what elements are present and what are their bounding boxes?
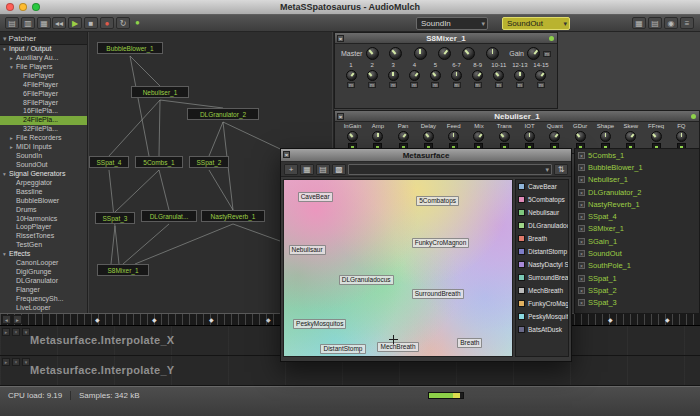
- new-doc-icon[interactable]: ▤: [5, 17, 19, 29]
- close-icon[interactable]: ×: [337, 35, 344, 42]
- patcher-node[interactable]: SSpat_4: [89, 156, 129, 168]
- patcher-node[interactable]: Nebuliser_1: [131, 86, 189, 98]
- add-snapshot-button[interactable]: +: [284, 164, 298, 175]
- gain-knob[interactable]: [527, 47, 540, 60]
- timeline-marker[interactable]: ◆: [209, 316, 214, 323]
- contraption-list-item[interactable]: ×SSpat_1: [575, 272, 699, 284]
- timeline-marker[interactable]: ◆: [95, 316, 100, 323]
- mixer-titlebar[interactable]: × S8Mixer_1: [335, 33, 557, 44]
- play-button[interactable]: ▶: [68, 17, 82, 29]
- palette-item[interactable]: ▾Signal Generators: [0, 170, 87, 179]
- scroll-right-icon[interactable]: ▸: [13, 315, 22, 324]
- snapshot-list-item[interactable]: BatsAtDusk: [516, 323, 568, 336]
- channel-mute-button[interactable]: m: [431, 82, 439, 88]
- contraption-list-item[interactable]: ×NastyReverb_1: [575, 198, 699, 210]
- palette-item[interactable]: ▸MIDI Inputs: [0, 143, 87, 152]
- palette-item[interactable]: BubbleBlower: [0, 197, 87, 206]
- patcher-node[interactable]: DLGranulator_2: [187, 108, 259, 120]
- contraption-list-item[interactable]: ×SouthPole_1: [575, 260, 699, 272]
- param-knob[interactable]: [423, 131, 434, 142]
- expand-box-icon[interactable]: ×: [578, 275, 585, 282]
- palette-item[interactable]: SoundIn: [0, 152, 87, 161]
- channel-mute-button[interactable]: m: [474, 82, 482, 88]
- lane-collapse-icon[interactable]: ▾: [22, 358, 30, 366]
- snapshot-list-item[interactable]: FunkyCroMagnon: [516, 297, 568, 310]
- palette-item[interactable]: 4FilePlayer: [0, 81, 87, 90]
- snapshot-chip[interactable]: DLGranuladocus: [339, 275, 394, 285]
- close-icon[interactable]: ×: [337, 113, 344, 120]
- aux-knob[interactable]: [414, 47, 427, 60]
- aux-knob[interactable]: [486, 47, 499, 60]
- palette-item[interactable]: LoopPlayer: [0, 223, 87, 232]
- snapshot-chip[interactable]: DistantStomp: [320, 344, 365, 354]
- param-knob[interactable]: [524, 131, 535, 142]
- grid-view-icon[interactable]: ▦: [300, 164, 314, 175]
- rewind-button[interactable]: ◂◂: [52, 17, 66, 29]
- snapshot-select[interactable]: [348, 164, 552, 175]
- channel-level-knob[interactable]: [493, 70, 504, 81]
- zoom-window-button[interactable]: [32, 3, 40, 11]
- palette-item[interactable]: 10Harmonics: [0, 215, 87, 224]
- channel-mute-button[interactable]: m: [495, 82, 503, 88]
- snapshot-chip[interactable]: SurroundBreath: [412, 289, 464, 299]
- patcher-node[interactable]: BubbleBlower_1: [97, 42, 163, 54]
- palette-item[interactable]: SoundOut: [0, 161, 87, 170]
- lane-remove-icon[interactable]: ×: [12, 358, 20, 366]
- record-button[interactable]: ●: [100, 17, 114, 29]
- snapshot-list-item[interactable]: MechBreath: [516, 284, 568, 297]
- param-knob[interactable]: [347, 131, 358, 142]
- open-doc-icon[interactable]: ▥: [21, 17, 35, 29]
- snapshot-list-item[interactable]: PeskyMosquitos: [516, 310, 568, 323]
- param-knob[interactable]: [499, 131, 510, 142]
- palette-item[interactable]: RissetTones: [0, 232, 87, 241]
- interpolation-cursor-icon[interactable]: [389, 335, 398, 344]
- automation-view-icon[interactable]: ▤: [648, 17, 662, 29]
- snapshot-chip[interactable]: 5Combatops: [416, 196, 459, 206]
- snapshot-chip[interactable]: MechBreath: [377, 342, 418, 352]
- snapshot-chip[interactable]: Nebulisaur: [289, 245, 326, 255]
- contraption-list-item[interactable]: ×5Combs_1: [575, 149, 699, 161]
- palette-item[interactable]: 16FilePla...: [0, 107, 87, 116]
- timeline-marker[interactable]: ◆: [608, 316, 613, 323]
- palette-item[interactable]: 32FilePla...: [0, 125, 87, 134]
- palette-item[interactable]: Flanger: [0, 286, 87, 295]
- contraption-list-item[interactable]: ×Nebuliser_1: [575, 174, 699, 186]
- loop-button[interactable]: ↻: [116, 17, 130, 29]
- expand-box-icon[interactable]: ×: [578, 238, 585, 245]
- interpolation-surface[interactable]: CaveBear5CombatopsNebulisaurFunkyCroMagn…: [283, 179, 513, 357]
- param-knob[interactable]: [398, 131, 409, 142]
- palette-item[interactable]: DigiGrunge: [0, 268, 87, 277]
- snapshot-list-item[interactable]: CaveBear: [516, 180, 568, 193]
- aux-knob[interactable]: [438, 47, 451, 60]
- stop-button[interactable]: ■: [84, 17, 98, 29]
- gain-mute-button[interactable]: m: [543, 51, 551, 57]
- palette-item[interactable]: CanonLooper: [0, 259, 87, 268]
- snapshot-list-item[interactable]: Breath: [516, 232, 568, 245]
- palette-item[interactable]: TestGen: [0, 241, 87, 250]
- contraption-list-item[interactable]: ×SSpat_2: [575, 284, 699, 296]
- snapshot-list-item[interactable]: DistantStomp: [516, 245, 568, 258]
- menu-icon[interactable]: ≡: [680, 17, 694, 29]
- snapshot-list-item[interactable]: SurroundBreath: [516, 271, 568, 284]
- expand-box-icon[interactable]: ×: [578, 262, 585, 269]
- detail-view-icon[interactable]: ▩: [332, 164, 346, 175]
- patcher-view-icon[interactable]: ▦: [632, 17, 646, 29]
- sound-input-select[interactable]: SoundIn: [416, 17, 488, 30]
- param-knob[interactable]: [549, 131, 560, 142]
- contraption-list-item[interactable]: ×S8Mixer_1: [575, 223, 699, 235]
- palette-item[interactable]: 6FilePlayer: [0, 90, 87, 99]
- param-knob[interactable]: [372, 131, 383, 142]
- close-window-button[interactable]: [6, 3, 14, 11]
- patcher-node[interactable]: SSpat_2: [189, 156, 229, 168]
- expand-box-icon[interactable]: ×: [578, 164, 585, 171]
- sort-icon[interactable]: ⇅: [554, 164, 568, 175]
- expand-box-icon[interactable]: ×: [578, 225, 585, 232]
- lane-collapse-icon[interactable]: ▾: [22, 328, 30, 336]
- lane-play-icon[interactable]: ▸: [2, 328, 10, 336]
- channel-mute-button[interactable]: m: [347, 82, 355, 88]
- palette-item[interactable]: 8FilePlayer: [0, 99, 87, 108]
- expand-box-icon[interactable]: ×: [578, 250, 585, 257]
- channel-mute-button[interactable]: m: [537, 82, 545, 88]
- palette-item[interactable]: FilePlayer: [0, 72, 87, 81]
- save-doc-icon[interactable]: ▦: [37, 17, 51, 29]
